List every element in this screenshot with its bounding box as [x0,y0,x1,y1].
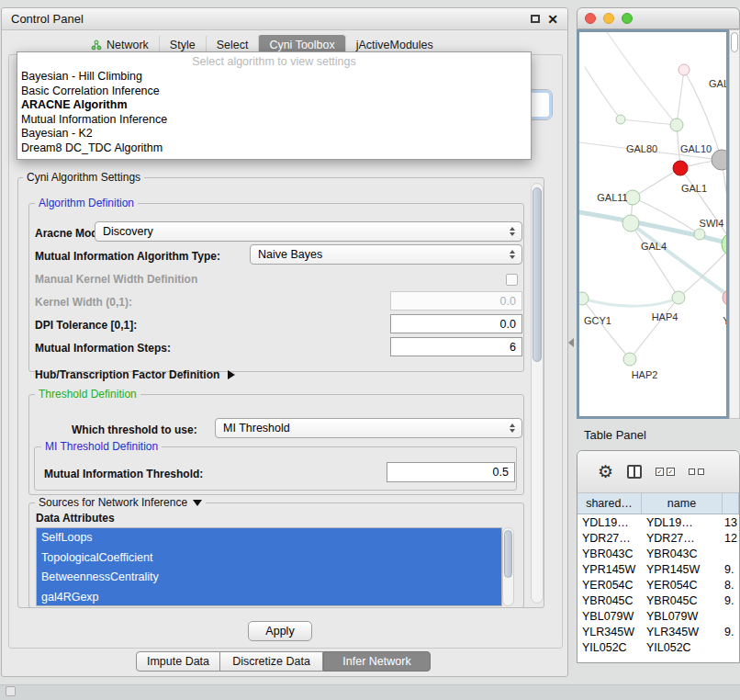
threshold-definition-title: Threshold Definition [35,388,140,401]
algorithm-option[interactable]: ARACNE Algorithm [17,98,531,113]
cyni-settings-title: Cyni Algorithm Settings [23,171,144,184]
checked-boxes-icon[interactable]: ✓ ✓ [656,468,675,476]
splitter-collapse-icon[interactable] [568,338,574,347]
checkbox-checked-glyph: ✓ [656,468,664,476]
network-canvas[interactable]: GALGAL80GAL10GAL11GAL1SWI4GAL4GCY1HAP4YH… [579,32,729,416]
unchecked-boxes-icon[interactable] [689,469,704,475]
table-cell: YLR345W [577,626,642,638]
network-node[interactable] [579,292,589,305]
network-node[interactable] [670,119,683,131]
table-row[interactable]: YBR043CYBR043C [577,546,739,561]
node-label: GCY1 [584,315,611,326]
mi-threshold-label: Mutual Information Threshold: [44,468,203,480]
column-header[interactable]: shared… [577,493,642,514]
float-panel-icon[interactable] [531,15,540,23]
network-node[interactable] [623,353,636,366]
network-node[interactable] [616,115,625,124]
network-node[interactable] [622,215,639,231]
manual-kernel-label: Manual Kernel Width Definition [35,273,197,286]
algorithm-dropdown-placeholder: Select algorithm to view settings [17,54,531,70]
hub-definition-toggle[interactable]: Hub/Transcription Factor Definition [35,368,235,381]
network-scrollbar[interactable] [729,29,740,419]
resize-grip[interactable] [6,686,16,696]
table-row[interactable]: YDL19…YDL19…13 [577,514,739,530]
node-label: SWI4 [700,218,724,229]
column-header[interactable] [723,493,739,514]
network-node[interactable] [678,64,690,75]
minimize-window-icon[interactable] [603,13,614,24]
columns-icon[interactable] [627,465,642,479]
table-row[interactable]: YBL079WYBL079W [577,608,739,624]
table-cell: YDR27… [642,532,723,545]
table-cell: YDR27… [577,532,642,545]
table-panel-title: Table Panel [584,428,646,442]
algorithm-option[interactable]: Mutual Information Inference [17,113,531,128]
checkbox-empty-glyph [698,469,704,475]
table-cell: YBR045C [642,594,723,607]
network-view-window: GALGAL80GAL10GAL11GAL1SWI4GAL4GCY1HAP4YH… [577,7,740,419]
bottom-tab-impute-data[interactable]: Impute Data [136,651,220,672]
attribute-item[interactable]: SelfLoops [37,528,501,548]
dpi-tolerance-input[interactable] [390,314,522,333]
algorithm-option[interactable]: Basic Correlation Inference [17,85,531,99]
network-node[interactable] [672,291,685,304]
algorithm-option[interactable]: Dream8 DC_TDC Algorithm [17,141,531,156]
close-panel-icon[interactable]: ✕ [547,13,558,26]
attributes-scrollbar[interactable] [502,527,514,606]
table-row[interactable]: YBR045CYBR045C9. [577,593,739,608]
network-node[interactable] [694,229,705,240]
table-row[interactable]: YDR27…YDR27…12 [577,530,739,546]
network-edge [582,298,678,306]
table-row[interactable]: YER054CYER054C8. [577,577,739,593]
application-window: Control Panel ✕ NetworkStyleSelectCyni T… [0,0,740,700]
network-node[interactable] [722,232,729,256]
algorithm-dropdown: Select algorithm to view settings Bayesi… [17,51,532,160]
table-row[interactable]: YLR345WYLR345W9. [577,624,739,639]
table-cell: YBR043C [577,548,642,560]
network-node[interactable] [673,161,688,175]
apply-button[interactable]: Apply [248,621,312,641]
attribute-item[interactable]: gal4RGexp [37,588,501,607]
bottom-tab-discretize-data[interactable]: Discretize Data [219,651,323,672]
network-scrollbar-thumb[interactable] [731,32,738,52]
bottom-tab-infer-network[interactable]: Infer Network [323,651,431,672]
sources-group-title[interactable]: Sources for Network Inference [35,496,206,509]
aracne-mode-select[interactable]: Discovery [95,221,522,242]
table-panel-window: ⚙ ✓ ✓ shared…name YDL19…YDL19…13YDR27…YD… [577,450,740,663]
table-cell: 12 [723,532,739,545]
table-cell: YER054C [642,579,723,592]
attributes-scrollbar-thumb[interactable] [504,530,512,578]
table-row[interactable]: YPR145WYPR145W9. [577,561,739,577]
attribute-item[interactable]: BetweennessCentrality [37,568,501,588]
network-edge [633,168,680,198]
settings-scrollbar-thumb[interactable] [533,187,542,362]
mi-threshold-group-title: MI Threshold Definition [41,440,162,453]
tab-label: Select [217,39,249,51]
combo-arrows-icon [506,227,521,236]
node-label: GAL10 [680,143,712,154]
attribute-item[interactable]: TopologicalCoefficient [37,548,501,569]
zoom-window-icon[interactable] [622,13,633,24]
table-cell: YIL052C [577,641,642,654]
algorithm-option[interactable]: Bayesian - Hill Climbing [17,70,531,85]
control-panel-title: Control Panel [11,12,84,26]
close-window-icon[interactable] [585,13,596,24]
algorithm-definition-title: Algorithm Definition [35,197,138,209]
network-edge [585,67,621,119]
column-header[interactable]: name [642,493,723,514]
tab-label: Network [107,39,149,51]
which-threshold-select[interactable]: MI Threshold [215,418,522,438]
data-attributes-list[interactable]: SelfLoopsTopologicalCoefficientBetweenne… [36,527,502,606]
settings-scrollbar[interactable] [531,183,544,604]
algorithm-option[interactable]: Bayesian - K2 [17,127,531,141]
network-icon [91,40,102,51]
gear-icon[interactable]: ⚙ [598,463,613,480]
mi-type-select[interactable]: Naive Bayes [250,244,522,265]
mi-steps-input[interactable] [390,337,522,356]
chevron-down-icon [193,500,202,506]
table-row[interactable]: YIL052CYIL052C [577,639,739,655]
network-node[interactable] [712,150,729,170]
mi-threshold-input[interactable] [387,462,515,482]
network-view-frame: GALGAL80GAL10GAL11GAL1SWI4GAL4GCY1HAP4YH… [577,29,729,419]
table-cell: 9. [723,626,739,638]
